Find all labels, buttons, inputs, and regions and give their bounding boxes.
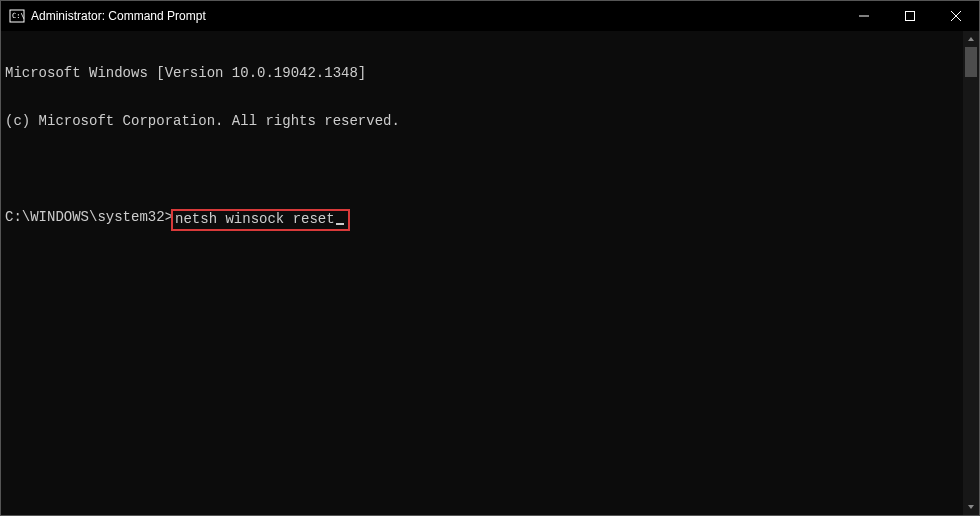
- command-text: netsh winsock reset: [175, 211, 335, 227]
- app-icon: C:\: [9, 8, 25, 24]
- scroll-up-icon[interactable]: [963, 31, 979, 47]
- window-controls: [841, 1, 979, 31]
- cursor-icon: [336, 223, 344, 225]
- blank-line: [5, 161, 979, 177]
- scroll-down-icon[interactable]: [963, 499, 979, 515]
- terminal-area[interactable]: Microsoft Windows [Version 10.0.19042.13…: [1, 31, 979, 515]
- scrollbar[interactable]: [963, 31, 979, 515]
- command-highlight: netsh winsock reset: [171, 209, 350, 231]
- prompt-line: C:\WINDOWS\system32>netsh winsock reset: [5, 209, 979, 231]
- output-line: Microsoft Windows [Version 10.0.19042.13…: [5, 65, 979, 81]
- output-line: (c) Microsoft Corporation. All rights re…: [5, 113, 979, 129]
- close-button[interactable]: [933, 1, 979, 31]
- svg-text:C:\: C:\: [12, 12, 25, 20]
- command-prompt-window: C:\ Administrator: Command Prompt Micros…: [0, 0, 980, 516]
- svg-marker-7: [968, 505, 974, 509]
- prompt-text: C:\WINDOWS\system32>: [5, 209, 173, 225]
- svg-marker-6: [968, 37, 974, 41]
- minimize-button[interactable]: [841, 1, 887, 31]
- window-title: Administrator: Command Prompt: [31, 9, 841, 23]
- svg-rect-3: [906, 12, 915, 21]
- titlebar[interactable]: C:\ Administrator: Command Prompt: [1, 1, 979, 31]
- scroll-thumb[interactable]: [965, 47, 977, 77]
- maximize-button[interactable]: [887, 1, 933, 31]
